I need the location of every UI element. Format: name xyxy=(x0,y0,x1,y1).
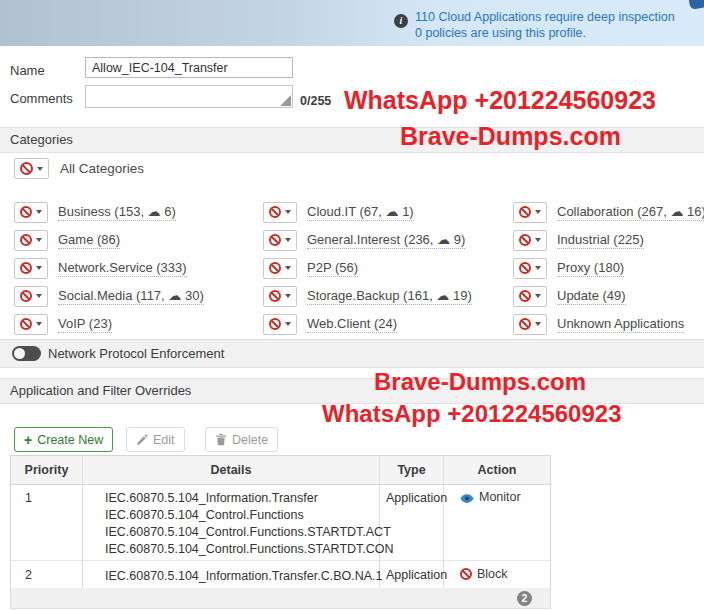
col-header-details: Details xyxy=(83,456,380,484)
category-item: Industrial (225) xyxy=(513,226,704,254)
category-item: Storage.Backup (161, ☁ 19) xyxy=(263,282,472,310)
block-icon xyxy=(519,318,531,330)
info-icon: i xyxy=(394,14,408,28)
detail-line: IEC.60870.5.104_Control.Functions xyxy=(105,507,379,524)
category-item: Proxy (180) xyxy=(513,254,704,282)
type-cell: Application xyxy=(380,561,444,589)
type-cell: Application xyxy=(380,485,444,560)
chevron-down-icon xyxy=(36,266,42,270)
block-icon xyxy=(460,568,472,580)
category-action-dropdown[interactable] xyxy=(14,286,48,307)
corner-decoration xyxy=(688,0,704,10)
category-action-dropdown[interactable] xyxy=(14,258,48,279)
category-label: Unknown Applications xyxy=(557,316,684,333)
chevron-down-icon xyxy=(37,167,43,171)
chevron-down-icon xyxy=(535,294,541,298)
category-column-3: Collaboration (267, ☁ 16) Industrial (22… xyxy=(513,198,704,338)
category-label: General.Interest (236, ☁ 9) xyxy=(307,232,465,249)
plus-icon: + xyxy=(24,432,32,448)
npe-section-bar: Network Protocol Enforcement xyxy=(0,339,704,368)
category-action-dropdown[interactable] xyxy=(513,258,547,279)
action-label: Block xyxy=(477,567,508,581)
category-action-dropdown[interactable] xyxy=(513,286,547,307)
category-item: VoIP (23) xyxy=(14,310,204,338)
col-header-priority: Priority xyxy=(11,456,83,484)
chevron-down-icon xyxy=(285,210,291,214)
details-cell: IEC.60870.5.104_Information.Transfer.C.B… xyxy=(83,561,380,589)
category-action-dropdown[interactable] xyxy=(513,314,547,335)
category-label: Proxy (180) xyxy=(557,260,624,277)
table-row[interactable]: 1 IEC.60870.5.104_Information.Transfer I… xyxy=(11,485,550,561)
resize-handle-icon[interactable] xyxy=(280,95,291,106)
category-label: Business (153, ☁ 6) xyxy=(58,204,176,221)
row-count-badge: 2 xyxy=(517,591,532,606)
block-icon xyxy=(269,318,281,330)
details-cell: IEC.60870.5.104_Information.Transfer IEC… xyxy=(83,485,380,560)
category-action-dropdown[interactable] xyxy=(263,258,297,279)
chevron-down-icon xyxy=(285,294,291,298)
action-label: Monitor xyxy=(479,490,521,504)
banner-messages: 110 Cloud Applications require deep insp… xyxy=(415,10,675,41)
category-action-dropdown[interactable] xyxy=(14,230,48,251)
category-item: Game (86) xyxy=(14,226,204,254)
trash-icon xyxy=(215,433,227,446)
comments-input[interactable] xyxy=(86,86,292,107)
category-item: General.Interest (236, ☁ 9) xyxy=(263,226,472,254)
category-item: Update (49) xyxy=(513,282,704,310)
block-icon xyxy=(519,234,531,246)
edit-button[interactable]: Edit xyxy=(126,427,185,452)
chevron-down-icon xyxy=(36,238,42,242)
block-icon xyxy=(519,206,531,218)
block-icon xyxy=(269,262,281,274)
category-action-dropdown[interactable] xyxy=(263,286,297,307)
category-label: Social.Media (117, ☁ 30) xyxy=(58,288,204,305)
category-label: Storage.Backup (161, ☁ 19) xyxy=(307,288,472,305)
comments-char-counter: 0/255 xyxy=(300,94,331,108)
category-label: Industrial (225) xyxy=(557,232,644,249)
category-action-dropdown[interactable] xyxy=(14,202,48,223)
category-item: Cloud.IT (67, ☁ 1) xyxy=(263,198,472,226)
npe-label: Network Protocol Enforcement xyxy=(48,346,224,361)
detail-line: IEC.60870.5.104_Information.Transfer xyxy=(105,490,379,507)
watermark-text: WhatsApp +201224560923 xyxy=(322,400,622,428)
block-icon xyxy=(20,206,32,218)
chevron-down-icon xyxy=(285,266,291,270)
category-action-dropdown[interactable] xyxy=(263,230,297,251)
priority-cell: 1 xyxy=(11,485,83,560)
all-categories-action-dropdown[interactable] xyxy=(14,158,49,179)
block-icon xyxy=(269,206,281,218)
table-footer: 2 xyxy=(10,588,551,609)
info-banner: i 110 Cloud Applications require deep in… xyxy=(0,0,704,46)
action-cell: Monitor xyxy=(444,485,550,560)
action-cell: Block xyxy=(444,561,550,589)
categories-section-title: Categories xyxy=(10,132,73,147)
priority-cell: 2 xyxy=(11,561,83,589)
col-header-type: Type xyxy=(380,456,444,484)
chevron-down-icon xyxy=(535,322,541,326)
category-action-dropdown[interactable] xyxy=(513,230,547,251)
all-categories-row: All Categories xyxy=(14,158,144,179)
edit-label: Edit xyxy=(153,433,175,447)
comments-field-wrap xyxy=(85,85,293,108)
category-action-dropdown[interactable] xyxy=(513,202,547,223)
block-icon xyxy=(20,290,32,302)
watermark-text: WhatsApp +201224560923 xyxy=(344,86,656,115)
block-icon xyxy=(20,162,33,175)
category-action-dropdown[interactable] xyxy=(263,202,297,223)
table-header-row: Priority Details Type Action xyxy=(11,456,550,485)
category-label: Update (49) xyxy=(557,288,626,305)
block-icon xyxy=(20,318,32,330)
detail-line: IEC.60870.5.104_Control.Functions.STARTD… xyxy=(105,541,379,558)
name-input[interactable] xyxy=(85,57,293,78)
category-action-dropdown[interactable] xyxy=(14,314,48,335)
delete-button[interactable]: Delete xyxy=(205,427,278,452)
category-label: Web.Client (24) xyxy=(307,316,397,333)
category-label: Game (86) xyxy=(58,232,120,249)
network-protocol-enforcement-toggle[interactable] xyxy=(12,346,41,361)
category-action-dropdown[interactable] xyxy=(263,314,297,335)
all-categories-label: All Categories xyxy=(60,161,144,176)
category-item: Network.Service (333) xyxy=(14,254,204,282)
create-new-button[interactable]: + Create New xyxy=(14,427,113,452)
overrides-section-title: Application and Filter Overrides xyxy=(10,383,191,398)
table-row[interactable]: 2 IEC.60870.5.104_Information.Transfer.C… xyxy=(11,561,550,589)
